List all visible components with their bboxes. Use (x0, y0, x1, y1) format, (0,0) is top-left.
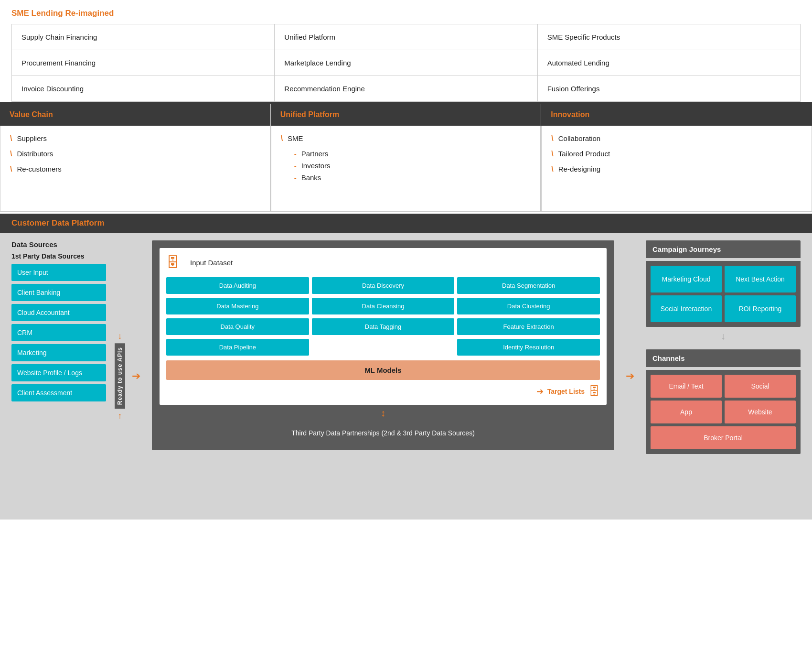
target-arrow-icon: ➔ (536, 386, 544, 397)
vcp-dash-icon: - (294, 162, 297, 170)
input-dataset-label: Input Dataset (190, 259, 233, 267)
cj-grid: Marketing Cloud Next Best Action Social … (646, 261, 801, 327)
channels-title: Channels (646, 349, 801, 367)
ds-item-3: CRM (11, 324, 106, 341)
sme-cell-1: Unified Platform (275, 24, 537, 50)
pu-down-arrow: ↕ (160, 408, 607, 419)
vcp-bullet-icon: \ (551, 165, 553, 173)
data-pipeline: Data Pipeline (166, 339, 309, 356)
ds-item-0: User Input (11, 264, 106, 281)
vcp-item-0-0: \Suppliers (10, 134, 260, 143)
sme-section: SME Lending Re-imagined Supply Chain Fin… (0, 0, 812, 102)
channels-section: Channels Email / Text Social App Website… (646, 349, 801, 454)
pu-grid-row1: Data Auditing Data Discovery Data Segmen… (166, 277, 600, 294)
vcp-dash-icon: - (294, 150, 297, 158)
pu-inner: 🗄 Input Dataset Data Auditing Data Disco… (160, 248, 607, 405)
sme-cell-0: Supply Chain Financing (12, 24, 275, 50)
vcp-sub-1-1: -Partners (294, 150, 531, 158)
cdp-title: Customer Data Platform (11, 218, 105, 228)
vcp-item-0-1: \Distributors (10, 150, 260, 158)
broker-portal: Broker Portal (651, 426, 796, 449)
identity-resolution: Identity Resolution (457, 339, 600, 356)
feature-extraction: Feature Extraction (457, 318, 600, 335)
sme-cell-3: Procurement Financing (12, 50, 275, 76)
ch-grid: Email / Text Social App Website Broker P… (646, 370, 801, 454)
ds-item-5: Website Profile / Logs (11, 364, 106, 381)
vcp-item-text: Re-designing (558, 165, 600, 173)
vcp-item-text: SME (288, 134, 303, 142)
vcp-body-2: \Collaboration\Tailored Product\Re-desig… (541, 126, 812, 212)
sme-cell-4: Marketplace Lending (275, 50, 537, 76)
api-arrow: ↓ Ready to use APIs ↑ (112, 240, 128, 512)
cdp-main: Data Sources 1st Party Data Sources User… (0, 233, 812, 520)
campaign-journeys-title: Campaign Journeys (646, 240, 801, 258)
vcp-sub-1-3: -Banks (294, 173, 531, 182)
vcp-header-1: Unified Platform (271, 104, 541, 126)
right-arrow-icon-2: ➔ (626, 370, 634, 382)
vcp-section: Value Chain\Suppliers\Distributors\Re-cu… (0, 102, 812, 212)
vcp-body-1: \SME-Partners-Investors-Banks (271, 126, 541, 212)
data-tagging: Data Tagging (312, 318, 455, 335)
vcp-col-0: Value Chain\Suppliers\Distributors\Re-cu… (0, 104, 271, 212)
cdp-section: Customer Data Platform Data Sources 1st … (0, 214, 812, 520)
data-discovery: Data Discovery (312, 277, 455, 294)
third-party-box: Third Party Data Partnerships (2nd & 3rd… (160, 423, 607, 443)
vcp-col-1: Unified Platform\SME-Partners-Investors-… (271, 104, 542, 212)
app: App (651, 401, 722, 423)
marketing-cloud: Marketing Cloud (651, 266, 722, 292)
profile-unification-column: 🗄 Input Dataset Data Auditing Data Disco… (144, 240, 622, 512)
ds-item-2: Cloud Accountant (11, 304, 106, 321)
pu-grid-row3: Data Quality Data Tagging Feature Extrac… (166, 318, 600, 335)
data-quality: Data Quality (166, 318, 309, 335)
right-arrow-icon: ➔ (132, 370, 140, 382)
next-best-action: Next Best Action (725, 266, 796, 292)
data-auditing: Data Auditing (166, 277, 309, 294)
target-label: Target Lists (547, 388, 585, 395)
data-segmentation: Data Segmentation (457, 277, 600, 294)
api-up-arrow: ↓ (118, 331, 122, 341)
sme-grid: Supply Chain FinancingUnified PlatformSM… (11, 24, 801, 102)
roi-reporting: ROI Reporting (725, 295, 796, 322)
vcp-sub-text: Partners (301, 150, 329, 158)
vcp-dash-icon: - (294, 173, 297, 182)
data-sources-items: User InputClient BankingCloud Accountant… (11, 264, 106, 401)
target-row: ➔ Target Lists 🗄 (166, 385, 600, 398)
sme-cell-5: Automated Lending (538, 50, 801, 76)
vcp-bullet-icon: \ (10, 134, 12, 143)
ds-item-1: Client Banking (11, 284, 106, 301)
sme-title: SME Lending Re-imagined (11, 9, 801, 18)
ds-item-4: Marketing (11, 344, 106, 361)
vcp-bullet-icon: \ (281, 134, 283, 143)
pu-grid-row4: Data Pipeline Identity Resolution (166, 339, 600, 356)
vcp-sub-1-2: -Investors (294, 162, 531, 170)
vcp-item-2-0: \Collaboration (551, 134, 802, 143)
vcp-item-text: Distributors (17, 150, 53, 158)
sme-cell-7: Recommendation Engine (275, 76, 537, 102)
pu-grid-row2: Data Mastering Data Cleansing Data Clust… (166, 298, 600, 314)
ml-models-bar: ML Models (166, 360, 600, 380)
pu-box: 🗄 Input Dataset Data Auditing Data Disco… (152, 240, 614, 450)
api-down-arrow: ↑ (118, 411, 122, 421)
vcp-sub-text: Investors (301, 162, 331, 170)
sme-cell-6: Invoice Discounting (12, 76, 275, 102)
vcp-item-2-1: \Tailored Product (551, 150, 802, 158)
vcp-body-0: \Suppliers\Distributors\Re-customers (0, 126, 270, 212)
vcp-bullet-icon: \ (551, 150, 553, 158)
data-sources-column: Data Sources 1st Party Data Sources User… (11, 240, 112, 512)
database-icon: 🗄 (166, 255, 180, 271)
cdp-title-bar: Customer Data Platform (0, 214, 812, 233)
email-text: Email / Text (651, 375, 722, 398)
website: Website (725, 401, 796, 423)
vcp-bullet-icon: \ (10, 165, 12, 173)
vcp-bullet-icon: \ (10, 150, 12, 158)
data-cleansing: Data Cleansing (312, 298, 455, 314)
pu-to-cj-arrow: ➔ (622, 240, 638, 512)
vcp-header-0: Value Chain (0, 104, 270, 126)
vcp-item-0-2: \Re-customers (10, 165, 260, 173)
vcp-col-2: Innovation\Collaboration\Tailored Produc… (541, 104, 812, 212)
social: Social (725, 375, 796, 398)
vcp-item-text: Re-customers (17, 165, 61, 173)
cj-down-arrow: ↓ (646, 331, 801, 342)
sme-cell-8: Fusion Offerings (538, 76, 801, 102)
social-interaction: Social Interaction (651, 295, 722, 322)
